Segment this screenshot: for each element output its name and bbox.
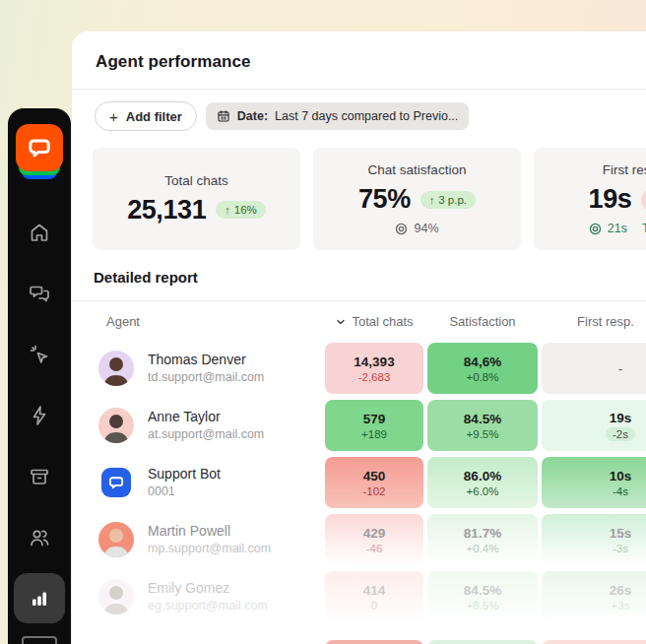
stat-value: 75%	[358, 184, 411, 215]
sidebar-item-partial[interactable]	[22, 636, 57, 644]
table-row[interactable]: Thomas Denver td.support@mail.com 14,393…	[72, 343, 646, 394]
chevron-down-icon	[335, 316, 347, 328]
arrow-up-icon: ↑	[225, 204, 230, 216]
cell-first-response[interactable]: 15s -3s	[542, 514, 646, 565]
stat-value: 19s	[589, 184, 632, 215]
app-stage: Agent performance + Add filter Date: Las…	[0, 0, 646, 644]
agent-name: Support Bot	[148, 466, 221, 482]
sidebar-item-archives[interactable]	[14, 452, 65, 502]
sidebar	[8, 108, 71, 644]
cell-satisfaction[interactable]: 84.5% +8.5%	[427, 571, 538, 622]
cell-total-chats[interactable]: 579 +189	[325, 400, 423, 451]
stat-title: Chat satisfaction	[368, 162, 467, 177]
stat-card-chat-satisfaction[interactable]: Chat satisfaction 75% ↑ 3 p.p. 94%	[313, 148, 521, 250]
cell-total-chats[interactable]: 429 -46	[325, 514, 423, 565]
target-value: 94%	[414, 222, 438, 235]
agent-name: Martin Powell	[148, 523, 230, 539]
target-icon	[589, 223, 602, 235]
avatar	[98, 522, 134, 557]
trend-badge: ↑ 3 p.p.	[420, 191, 476, 209]
bar-chart-icon	[28, 587, 51, 611]
sidebar-item-automation[interactable]	[14, 391, 65, 441]
avatar	[98, 351, 134, 386]
cell-total-chats[interactable]	[325, 640, 423, 644]
agent-email: eg.support@mail.com	[148, 599, 268, 612]
sidebar-item-chats[interactable]	[14, 269, 65, 319]
cell-total-chats[interactable]: 14,393 -2,683	[325, 343, 423, 394]
stat-card-total-chats[interactable]: Total chats 25,131 ↑ 16%	[93, 148, 300, 250]
table-row[interactable]: Anne Taylor at.support@mail.com 579 +189…	[72, 400, 646, 451]
cell-total-chats[interactable]: 414 0	[325, 571, 423, 622]
target-icon	[395, 223, 408, 235]
livechat-logo[interactable]	[16, 124, 63, 171]
table-row[interactable]: Support Bot 0001 450 -102 86.0% +6.0% 10…	[72, 457, 646, 508]
cell-first-response[interactable]: 26s +3s	[542, 571, 646, 622]
avatar	[98, 579, 134, 614]
cell-first-response[interactable]: 19s -2s	[542, 400, 646, 451]
main-panel: Agent performance + Add filter Date: Las…	[72, 32, 646, 644]
plus-icon: +	[109, 108, 118, 125]
report-title: Detailed report	[94, 269, 646, 286]
target-row: 94%	[395, 222, 438, 235]
agent-email: mp.support@mail.com	[148, 542, 271, 555]
cell-satisfaction[interactable]	[427, 640, 538, 644]
agent-name: Anne Taylor	[148, 409, 221, 424]
divider	[72, 89, 646, 90]
sidebar-item-reports[interactable]	[14, 573, 65, 623]
date-chip-value: Last 7 days compared to Previo...	[275, 109, 458, 123]
table-header: Agent Total chats Satisfaction First res…	[72, 314, 646, 334]
agent-name: Thomas Denver	[148, 352, 246, 367]
agent-email: at.support@mail.com	[148, 427, 264, 441]
cell-satisfaction[interactable]: 81.7% +0.4%	[427, 514, 538, 565]
cell-first-response[interactable]: 10s -4s	[542, 457, 646, 508]
sidebar-item-home[interactable]	[14, 208, 65, 258]
target-row: 21s Target a	[589, 222, 646, 235]
sidebar-item-ai-assist[interactable]	[14, 330, 65, 380]
archive-icon	[28, 465, 51, 488]
stat-title: First respon	[603, 162, 646, 177]
table-row-partial[interactable]	[72, 640, 646, 644]
target-value: 21s	[608, 222, 627, 235]
trend-badge: ↑ 16%	[216, 201, 266, 219]
column-header-first-resp[interactable]: First resp.	[542, 314, 646, 329]
arrow-up-icon: ↑	[429, 194, 435, 206]
sidebar-item-team[interactable]	[14, 512, 65, 562]
date-chip-label: Date:	[237, 109, 268, 123]
chats-icon	[28, 282, 51, 305]
lightning-icon	[28, 404, 51, 427]
divider	[72, 300, 646, 301]
stat-cards: Total chats 25,131 ↑ 16% Chat satisfacti…	[93, 148, 646, 250]
page-title: Agent performance	[96, 52, 646, 72]
stat-title: Total chats	[164, 173, 228, 188]
stat-card-first-response[interactable]: First respon 19s 21s Target a	[534, 148, 646, 250]
table-row[interactable]: Emily Gomez eg.support@mail.com 414 0 84…	[72, 571, 646, 622]
cell-first-response[interactable]	[542, 640, 646, 644]
stat-value: 25,131	[127, 195, 206, 225]
avatar	[98, 408, 134, 443]
home-icon	[28, 221, 51, 244]
table-row[interactable]: Martin Powell mp.support@mail.com 429 -4…	[72, 514, 646, 565]
team-icon	[28, 526, 51, 549]
trend-badge-negative	[641, 189, 646, 211]
agent-email: td.support@mail.com	[148, 370, 264, 384]
agent-id: 0001	[148, 484, 175, 498]
cell-first-response[interactable]: -	[542, 343, 646, 394]
agent-name: Emily Gomez	[148, 580, 229, 596]
column-header-agent[interactable]: Agent	[106, 314, 140, 329]
add-filter-button[interactable]: + Add filter	[95, 101, 197, 131]
calendar-icon	[217, 109, 230, 123]
cell-total-chats[interactable]: 450 -102	[325, 457, 423, 508]
date-filter-chip[interactable]: Date: Last 7 days compared to Previo...	[206, 102, 469, 130]
bot-avatar	[101, 468, 131, 497]
target-label: Target a	[642, 222, 646, 235]
livechat-logo-icon	[16, 124, 63, 171]
column-header-total-chats[interactable]: Total chats	[325, 314, 423, 329]
cell-satisfaction[interactable]: 86.0% +6.0%	[427, 457, 538, 508]
cell-satisfaction[interactable]: 84.5% +9.5%	[427, 400, 538, 451]
column-header-satisfaction[interactable]: Satisfaction	[427, 314, 538, 329]
add-filter-label: Add filter	[126, 109, 182, 124]
filter-row: + Add filter Date: Last 7 days compared …	[95, 101, 646, 131]
table-body: Thomas Denver td.support@mail.com 14,393…	[72, 343, 646, 644]
cell-satisfaction[interactable]: 84,6% +0.8%	[427, 343, 538, 394]
cursor-spark-icon	[28, 343, 51, 366]
